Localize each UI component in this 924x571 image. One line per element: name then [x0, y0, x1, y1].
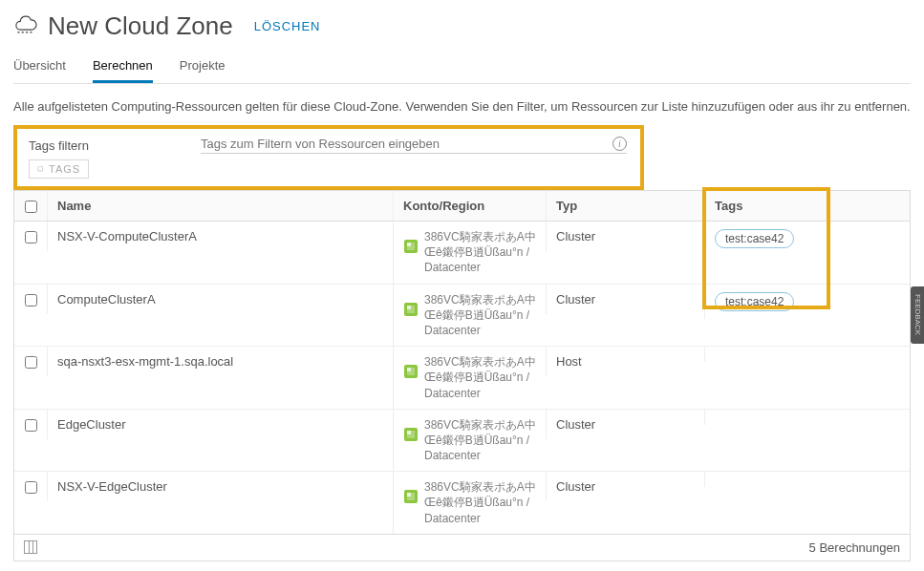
vsphere-icon [403, 302, 419, 317]
cell-tags: test:case42 [704, 285, 910, 319]
row-checkbox[interactable] [25, 481, 37, 494]
row-checkbox[interactable] [25, 294, 37, 307]
column-picker-icon[interactable] [24, 540, 37, 554]
cell-type: Cluster [546, 222, 704, 251]
select-all-checkbox[interactable] [25, 201, 37, 213]
cell-account: 386VC騎家表ポあA中Œê鎩停B逍Üßau°n / Datacenter [393, 472, 546, 534]
row-count-label: 5 Berechnungen [809, 540, 900, 555]
filter-label: Tags filtern [29, 138, 201, 153]
cell-type: Cluster [546, 410, 704, 439]
vsphere-icon [403, 239, 419, 254]
table-row[interactable]: sqa-nsxt3-esx-mgmt-1.sqa.local386VC騎家表ポあ… [14, 347, 910, 410]
cell-tags [704, 347, 910, 362]
tab-overview[interactable]: Übersicht [13, 53, 66, 83]
row-checkbox[interactable] [25, 231, 37, 243]
tab-projects[interactable]: Projekte [180, 53, 226, 83]
cell-type: Host [546, 347, 704, 376]
cell-name: EdgeCluster [47, 410, 393, 439]
vsphere-icon [403, 489, 419, 504]
cell-type: Cluster [546, 285, 704, 314]
tags-button[interactable]: TAGS [29, 159, 89, 179]
vsphere-icon [403, 427, 419, 442]
page-title: New Cloud Zone [48, 11, 233, 41]
description-text: Alle aufgelisteten Computing-Ressourcen … [13, 84, 911, 125]
table-row[interactable]: NSX-V-EdgeCluster386VC騎家表ポあA中Œê鎩停B逍Üßau°… [14, 472, 910, 534]
col-header-name[interactable]: Name [47, 191, 393, 221]
table-header: Name Konto/Region Typ Tags [14, 190, 910, 222]
info-icon[interactable]: i [612, 137, 627, 151]
cell-name: sqa-nsxt3-esx-mgmt-1.sqa.local [47, 347, 393, 376]
tabs: Übersicht Berechnen Projekte [13, 53, 911, 84]
cell-tags [704, 410, 910, 425]
cell-account: 386VC騎家表ポあA中Œê鎩停B逍Üßau°n / Datacenter [393, 347, 546, 409]
col-header-type[interactable]: Typ [546, 191, 704, 221]
feedback-tab[interactable]: FEEDBACK [911, 286, 924, 344]
filter-tags-input[interactable] [201, 137, 612, 151]
col-header-tags[interactable]: Tags [704, 191, 910, 221]
cell-name: NSX-V-ComputeClusterA [47, 222, 393, 251]
cell-account: 386VC騎家表ポあA中Œê鎩停B逍Üßau°n / Datacenter [393, 222, 546, 284]
table-row[interactable]: EdgeCluster386VC騎家表ポあA中Œê鎩停B逍Üßau°n / Da… [14, 410, 910, 473]
cell-name: ComputeClusterA [47, 285, 393, 314]
cell-type: Cluster [546, 472, 704, 501]
cell-account: 386VC騎家表ポあA中Œê鎩停B逍Üßau°n / Datacenter [393, 410, 546, 472]
col-header-account[interactable]: Konto/Region [393, 191, 546, 221]
cell-tags: test:case42 [704, 222, 910, 256]
compute-table: Name Konto/Region Typ Tags NSX-V-Compute… [13, 190, 911, 561]
cell-name: NSX-V-EdgeCluster [47, 472, 393, 501]
tab-compute[interactable]: Berechnen [93, 53, 153, 83]
vsphere-icon [403, 364, 419, 379]
cloud-zone-icon [13, 12, 38, 40]
cell-tags [704, 472, 910, 487]
row-checkbox[interactable] [25, 356, 37, 369]
cell-account: 386VC騎家表ポあA中Œê鎩停B逍Üßau°n / Datacenter [393, 285, 546, 347]
tag-chip[interactable]: test:case42 [715, 292, 794, 311]
row-checkbox[interactable] [25, 419, 37, 432]
table-footer: 5 Berechnungen [14, 534, 910, 560]
filter-panel: Tags filtern i TAGS [13, 125, 644, 190]
delete-button[interactable]: LÖSCHEN [254, 19, 321, 33]
table-row[interactable]: NSX-V-ComputeClusterA386VC騎家表ポあA中Œê鎩停B逍Ü… [14, 222, 910, 285]
tag-chip[interactable]: test:case42 [715, 229, 794, 248]
table-row[interactable]: ComputeClusterA386VC騎家表ポあA中Œê鎩停B逍Üßau°n … [14, 285, 910, 348]
